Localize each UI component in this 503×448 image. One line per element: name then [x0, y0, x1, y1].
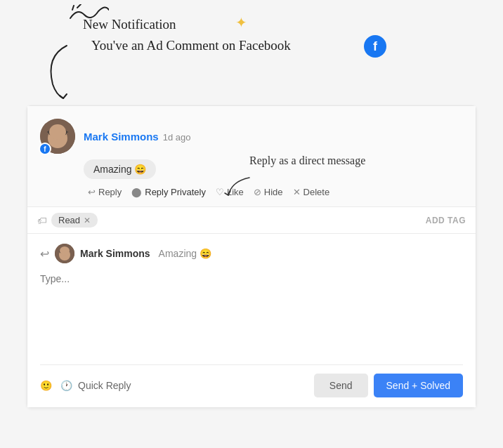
tag-icon: 🏷 — [37, 215, 47, 226]
clock-icon: 🕐 — [60, 380, 72, 391]
new-notification-label: New Notification — [83, 17, 176, 32]
like-icon: ♡ — [216, 187, 224, 197]
reply-privately-icon: ⬤ — [131, 187, 142, 197]
facebook-icon: f — [364, 35, 386, 58]
svg-point-10 — [60, 247, 69, 256]
tag-left: 🏷 Read ✕ — [37, 213, 98, 228]
reply-privately-label: Reply Privately — [145, 187, 206, 197]
tag-row: 🏷 Read ✕ ADD TAG — [27, 207, 476, 234]
comment-bubble: Amazing 😄 — [84, 159, 156, 179]
reply-section: ↩ Mark Simmons Amazing 😄 🙂 — [27, 234, 476, 407]
quick-reply-button[interactable]: 🕐 Quick Reply — [60, 380, 131, 391]
svg-rect-3 — [49, 130, 56, 135]
quick-reply-label: Quick Reply — [78, 380, 131, 391]
tag-chip-close[interactable]: ✕ — [84, 216, 91, 225]
arrow-curve — [39, 42, 95, 105]
delete-icon: ✕ — [293, 187, 301, 197]
delete-button[interactable]: ✕ Delete — [289, 185, 334, 199]
reply-avatar — [55, 244, 74, 263]
reply-textarea[interactable] — [40, 270, 463, 355]
main-card: f Mark Simmons 1d ago Amazing 😄 ↩ Reply … — [27, 105, 476, 408]
reply-icon: ↩ — [88, 187, 96, 197]
hide-label: Hide — [264, 187, 283, 197]
svg-point-2 — [51, 126, 65, 140]
reply-label: Reply — [98, 187, 122, 197]
tag-chip-label: Read — [58, 215, 80, 225]
send-solved-button[interactable]: Send + Solved — [374, 374, 463, 397]
emoji-icon: 🙂 — [40, 380, 52, 391]
reply-header: ↩ Mark Simmons Amazing 😄 — [40, 244, 463, 263]
svg-rect-4 — [59, 130, 66, 135]
send-button[interactable]: Send — [314, 374, 368, 397]
comment-time: 1d ago — [163, 132, 191, 143]
like-label: Like — [227, 187, 244, 197]
add-tag-button[interactable]: ADD TAG — [426, 216, 466, 225]
avatar-fb-badge: f — [39, 143, 51, 155]
commenter-name: Mark Simmons — [84, 131, 159, 143]
emoji-button[interactable]: 🙂 — [40, 380, 52, 391]
reply-button[interactable]: ↩ Reply — [84, 185, 126, 199]
delete-label: Delete — [303, 187, 330, 197]
comment-meta: Mark Simmons 1d ago — [84, 131, 190, 143]
toolbar-left: 🙂 🕐 Quick Reply — [40, 380, 131, 391]
svg-point-1 — [48, 129, 67, 148]
ad-comment-label: You've an Ad Comment on Facebook — [91, 38, 291, 53]
toolbar-right: Send Send + Solved — [314, 374, 463, 397]
reply-back-icon: ↩ — [40, 247, 49, 261]
reply-privately-button[interactable]: ⬤ Reply Privately — [127, 185, 210, 199]
reply-to-name: Mark Simmons — [80, 248, 150, 259]
comment-actions: ↩ Reply ⬤ Reply Privately ♡ Like ⊘ Hide … — [84, 185, 463, 199]
svg-rect-11 — [60, 250, 63, 253]
reply-avatar-face — [55, 244, 74, 263]
comment-header: f Mark Simmons 1d ago — [40, 119, 463, 154]
reply-preview-text: Amazing 😄 — [159, 248, 211, 259]
tag-chip: Read ✕ — [51, 213, 98, 228]
hide-icon: ⊘ — [254, 187, 261, 197]
avatar-wrap: f — [40, 119, 75, 154]
reply-toolbar: 🙂 🕐 Quick Reply Send Send + Solved — [40, 364, 463, 397]
hide-button[interactable]: ⊘ Hide — [249, 185, 287, 199]
svg-rect-12 — [65, 250, 69, 253]
sparkle-icon: ✦ — [235, 14, 247, 31]
like-button[interactable]: ♡ Like — [211, 185, 248, 199]
comment-section: f Mark Simmons 1d ago Amazing 😄 ↩ Reply … — [27, 106, 476, 207]
